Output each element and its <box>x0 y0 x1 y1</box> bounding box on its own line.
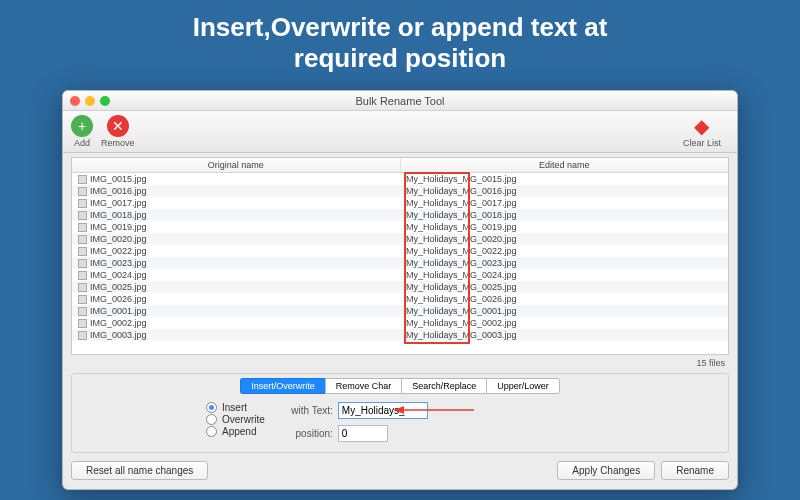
radio-icon <box>206 402 217 413</box>
app-window: Bulk Rename Tool + Add ✕ Remove ◆ Clear … <box>62 90 738 490</box>
cell-original: IMG_0023.jpg <box>72 257 400 269</box>
cell-original: IMG_0017.jpg <box>72 197 400 209</box>
cell-original: IMG_0024.jpg <box>72 269 400 281</box>
col-edited[interactable]: Edited name <box>401 158 729 172</box>
reset-button[interactable]: Reset all name changes <box>71 461 208 480</box>
cell-edited: My_Holidays_MG_0020.jpg <box>400 233 728 245</box>
table-row[interactable]: IMG_0024.jpgMy_Holidays_MG_0024.jpg <box>72 269 728 281</box>
file-icon <box>78 223 87 232</box>
traffic-lights[interactable] <box>70 96 110 106</box>
table-row[interactable]: IMG_0002.jpgMy_Holidays_MG_0002.jpg <box>72 317 728 329</box>
table-header: Original name Edited name <box>72 158 728 173</box>
cell-original: IMG_0003.jpg <box>72 329 400 341</box>
cell-edited: My_Holidays_MG_0003.jpg <box>400 329 728 341</box>
titlebar: Bulk Rename Tool <box>63 91 737 111</box>
close-icon[interactable] <box>70 96 80 106</box>
file-icon <box>78 199 87 208</box>
cell-original: IMG_0019.jpg <box>72 221 400 233</box>
radio-append[interactable]: Append <box>206 426 265 437</box>
mode-tabs: Insert/Overwrite Remove Char Search/Repl… <box>76 378 724 394</box>
cell-edited: My_Holidays_MG_0002.jpg <box>400 317 728 329</box>
cell-edited: My_Holidays_MG_0023.jpg <box>400 257 728 269</box>
cell-edited: My_Holidays_MG_0026.jpg <box>400 293 728 305</box>
clear-list-button[interactable]: ◆ Clear List <box>683 115 721 148</box>
cell-edited: My_Holidays_MG_0001.jpg <box>400 305 728 317</box>
file-icon <box>78 247 87 256</box>
rename-button[interactable]: Rename <box>661 461 729 480</box>
file-count: 15 files <box>696 358 725 368</box>
apply-changes-button[interactable]: Apply Changes <box>557 461 655 480</box>
file-icon <box>78 187 87 196</box>
cell-edited: My_Holidays_MG_0022.jpg <box>400 245 728 257</box>
cell-edited: My_Holidays_MG_0025.jpg <box>400 281 728 293</box>
table-row[interactable]: IMG_0019.jpgMy_Holidays_MG_0019.jpg <box>72 221 728 233</box>
window-title: Bulk Rename Tool <box>355 95 444 107</box>
eraser-icon: ◆ <box>691 115 713 137</box>
tab-search-replace[interactable]: Search/Replace <box>401 378 486 394</box>
cell-original: IMG_0020.jpg <box>72 233 400 245</box>
plus-icon: + <box>71 115 93 137</box>
file-icon <box>78 319 87 328</box>
bottom-buttons: Reset all name changes Apply Changes Ren… <box>63 453 737 488</box>
x-icon: ✕ <box>107 115 129 137</box>
file-count-bar: 15 files <box>63 355 737 371</box>
table-row[interactable]: IMG_0026.jpgMy_Holidays_MG_0026.jpg <box>72 293 728 305</box>
hero-caption: Insert,Overwrite or append text at requi… <box>0 0 800 80</box>
table-row[interactable]: IMG_0003.jpgMy_Holidays_MG_0003.jpg <box>72 329 728 341</box>
tab-insert-overwrite[interactable]: Insert/Overwrite <box>240 378 325 394</box>
zoom-icon[interactable] <box>100 96 110 106</box>
add-button[interactable]: + Add <box>71 115 93 148</box>
table-row[interactable]: IMG_0025.jpgMy_Holidays_MG_0025.jpg <box>72 281 728 293</box>
cell-original: IMG_0001.jpg <box>72 305 400 317</box>
cell-edited: My_Holidays_MG_0016.jpg <box>400 185 728 197</box>
cell-original: IMG_0016.jpg <box>72 185 400 197</box>
radio-overwrite[interactable]: Overwrite <box>206 414 265 425</box>
table-row[interactable]: IMG_0015.jpgMy_Holidays_MG_0015.jpg <box>72 173 728 185</box>
radio-icon <box>206 414 217 425</box>
file-icon <box>78 307 87 316</box>
table-row[interactable]: IMG_0017.jpgMy_Holidays_MG_0017.jpg <box>72 197 728 209</box>
remove-button[interactable]: ✕ Remove <box>101 115 135 148</box>
file-icon <box>78 235 87 244</box>
cell-edited: My_Holidays_MG_0024.jpg <box>400 269 728 281</box>
radio-icon <box>206 426 217 437</box>
file-icon <box>78 211 87 220</box>
tab-upper-lower[interactable]: Upper/Lower <box>486 378 560 394</box>
file-icon <box>78 331 87 340</box>
table-row[interactable]: IMG_0020.jpgMy_Holidays_MG_0020.jpg <box>72 233 728 245</box>
position-input[interactable] <box>338 425 388 442</box>
minimize-icon[interactable] <box>85 96 95 106</box>
with-text-label: with Text: <box>285 405 333 416</box>
cell-original: IMG_0015.jpg <box>72 173 400 185</box>
file-icon <box>78 295 87 304</box>
cell-original: IMG_0025.jpg <box>72 281 400 293</box>
arrow-icon <box>394 404 474 416</box>
mode-radio-group: Insert Overwrite Append <box>206 402 265 442</box>
svg-marker-1 <box>394 406 404 414</box>
tab-remove-char[interactable]: Remove Char <box>325 378 402 394</box>
table-row[interactable]: IMG_0001.jpgMy_Holidays_MG_0001.jpg <box>72 305 728 317</box>
cell-original: IMG_0026.jpg <box>72 293 400 305</box>
file-icon <box>78 259 87 268</box>
cell-original: IMG_0018.jpg <box>72 209 400 221</box>
table-row[interactable]: IMG_0016.jpgMy_Holidays_MG_0016.jpg <box>72 185 728 197</box>
file-table: Original name Edited name IMG_0015.jpgMy… <box>71 157 729 355</box>
table-row[interactable]: IMG_0023.jpgMy_Holidays_MG_0023.jpg <box>72 257 728 269</box>
file-icon <box>78 283 87 292</box>
radio-insert[interactable]: Insert <box>206 402 265 413</box>
col-original[interactable]: Original name <box>72 158 401 172</box>
file-icon <box>78 271 87 280</box>
toolbar: + Add ✕ Remove ◆ Clear List <box>63 111 737 153</box>
cell-original: IMG_0002.jpg <box>72 317 400 329</box>
file-icon <box>78 175 87 184</box>
cell-original: IMG_0022.jpg <box>72 245 400 257</box>
cell-edited: My_Holidays_MG_0019.jpg <box>400 221 728 233</box>
table-body: IMG_0015.jpgMy_Holidays_MG_0015.jpgIMG_0… <box>72 173 728 341</box>
cell-edited: My_Holidays_MG_0018.jpg <box>400 209 728 221</box>
table-row[interactable]: IMG_0022.jpgMy_Holidays_MG_0022.jpg <box>72 245 728 257</box>
control-panel: Insert/Overwrite Remove Char Search/Repl… <box>71 373 729 453</box>
cell-edited: My_Holidays_MG_0015.jpg <box>400 173 728 185</box>
cell-edited: My_Holidays_MG_0017.jpg <box>400 197 728 209</box>
position-label: position: <box>285 428 333 439</box>
table-row[interactable]: IMG_0018.jpgMy_Holidays_MG_0018.jpg <box>72 209 728 221</box>
